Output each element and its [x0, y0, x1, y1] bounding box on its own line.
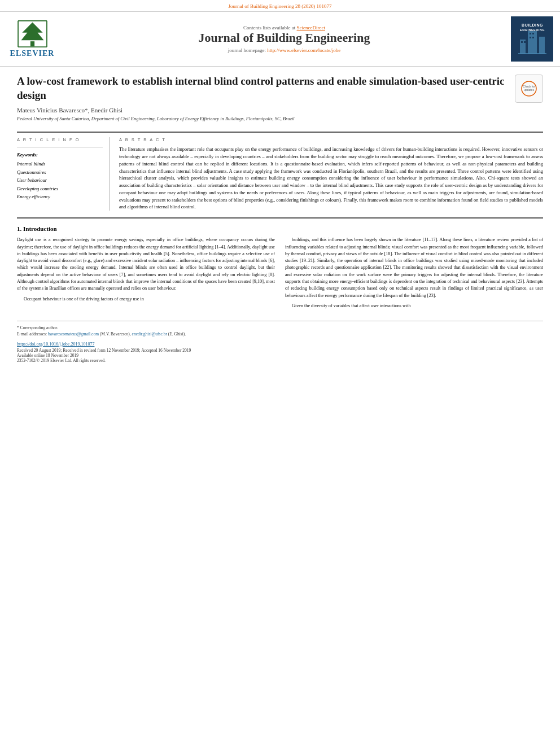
svg-rect-10	[539, 37, 545, 54]
svg-marker-1	[21, 23, 43, 41]
body-divider	[17, 217, 543, 219]
authors: Mateus Vinícius Bavaresco*, Enedir Ghisi	[17, 107, 509, 113]
check-updates-badge: Check for updates	[515, 75, 543, 103]
email-1-link[interactable]: bavarescomateus@gmail.com	[48, 331, 100, 337]
elsevier-tree-icon	[17, 20, 48, 48]
svg-rect-15	[530, 37, 531, 38]
introduction-col-left: Daylight use is a recognised strategy to…	[17, 237, 275, 313]
journal-info-center: Contents lists available at ScienceDirec…	[63, 25, 505, 53]
intro-para-4: Given the diversity of variables that af…	[285, 303, 543, 309]
available-online: Available online 18 November 2019	[17, 353, 543, 358]
keywords-list: Internal blinds Questionnaires User beha…	[17, 160, 103, 200]
article-header: A low-cost framework to establish intern…	[17, 75, 543, 126]
keywords-label: Keywords:	[17, 152, 103, 158]
keyword-2: Questionnaires	[17, 168, 103, 176]
intro-para-3: buildings, and this influence has been l…	[285, 237, 543, 299]
abstract-heading: A B S T R A C T	[119, 137, 543, 142]
svg-text:BUILDING: BUILDING	[522, 23, 543, 27]
science-direct-link[interactable]: ScienceDirect	[297, 25, 325, 30]
keyword-3: User behaviour	[17, 176, 103, 184]
elsevier-logo: ELSEVIER	[7, 20, 58, 58]
abstract-text: The literature emphasises the important …	[119, 146, 543, 211]
article-info-column: A R T I C L E I N F O Keywords: Internal…	[17, 137, 110, 211]
article-info-heading: A R T I C L E I N F O	[17, 137, 103, 142]
intro-para-1: Daylight use is a recognised strategy to…	[17, 237, 275, 292]
contents-label: Contents lists available at ScienceDirec…	[243, 25, 325, 30]
svg-text:ENGINEERING: ENGINEERING	[519, 28, 544, 32]
header-divider	[17, 132, 543, 133]
keyword-1: Internal blinds	[17, 160, 103, 168]
journal-title: Journal of Building Engineering	[63, 30, 505, 45]
building-logo-icon: BUILDING ENGINEERING	[515, 20, 549, 56]
affiliation: Federal University of Santa Catarina, De…	[17, 116, 509, 121]
main-content: A low-cost framework to establish intern…	[0, 67, 560, 369]
introduction-body: Daylight use is a recognised strategy to…	[17, 237, 543, 313]
corresponding-author-note: * Corresponding author.	[17, 325, 543, 331]
introduction-heading: 1. Introduction	[17, 225, 543, 232]
svg-rect-0	[30, 41, 34, 46]
doi-link[interactable]: https://doi.org/10.1016/j.jobe.2019.1010…	[17, 342, 94, 347]
keyword-5: Energy efficiency	[17, 193, 103, 200]
svg-rect-11	[521, 41, 523, 43]
article-title: A low-cost framework to establish intern…	[17, 75, 509, 102]
journal-citation-bar: Journal of Building Engineering 28 (2020…	[0, 0, 560, 11]
introduction-col-right: buildings, and this influence has been l…	[285, 237, 543, 313]
journal-citation: Journal of Building Engineering 28 (2020…	[229, 3, 332, 9]
copyright: 2352-7102/© 2019 Elsevier Ltd. All right…	[17, 358, 543, 363]
journal-homepage: journal homepage: http://www.elsevier.co…	[63, 47, 505, 53]
abstract-column: A B S T R A C T The literature emphasise…	[119, 137, 543, 211]
homepage-link[interactable]: http://www.elsevier.com/locate/jobe	[267, 47, 340, 53]
svg-text:updates: updates	[524, 88, 534, 91]
introduction-section: 1. Introduction Daylight use is a recogn…	[17, 225, 543, 313]
article-body: A R T I C L E I N F O Keywords: Internal…	[17, 137, 543, 211]
journal-header: ELSEVIER Contents lists available at Sci…	[0, 11, 560, 67]
received-dates: Received 20 August 2019; Received in rev…	[17, 348, 543, 353]
svg-rect-12	[524, 41, 526, 43]
keyword-4: Developing countries	[17, 185, 103, 193]
info-divider	[17, 147, 103, 147]
building-engineering-logo: BUILDING ENGINEERING	[511, 16, 553, 62]
svg-rect-14	[532, 33, 534, 34]
email-addresses: E-mail addresses: bavarescomateus@gmail.…	[17, 331, 543, 337]
article-title-block: A low-cost framework to establish intern…	[17, 75, 509, 126]
svg-rect-13	[530, 33, 531, 34]
email-2-link[interactable]: enedir.ghisi@ufsc.br	[132, 331, 168, 337]
check-updates-icon: Check for updates	[520, 80, 537, 97]
elsevier-wordmark: ELSEVIER	[10, 49, 55, 58]
footnote-section: * Corresponding author. E-mail addresses…	[17, 321, 543, 363]
svg-rect-16	[532, 37, 534, 38]
intro-para-2: Occupant behaviour is one of the driving…	[17, 296, 275, 303]
